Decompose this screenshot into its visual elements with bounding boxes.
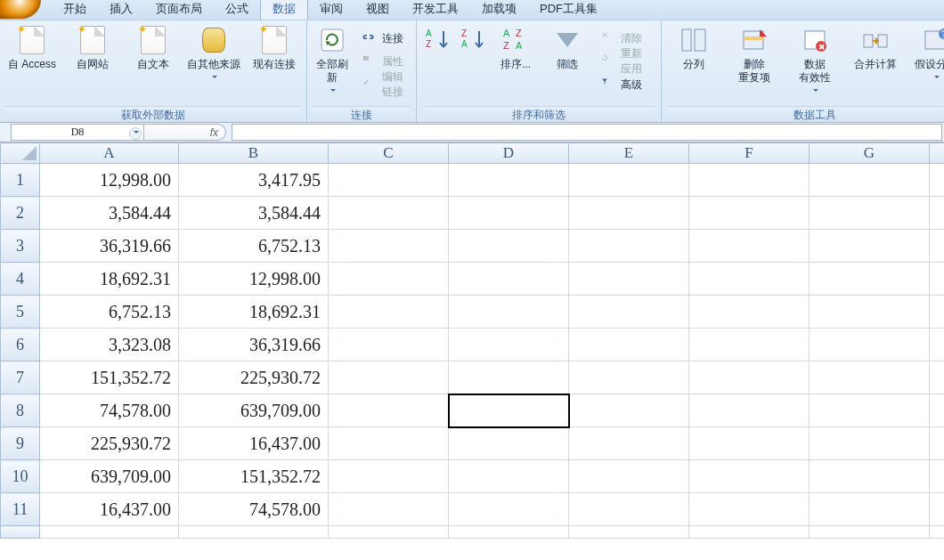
- cell-E8[interactable]: [569, 394, 689, 427]
- cell-B5[interactable]: 18,692.31: [179, 296, 329, 329]
- advanced-button[interactable]: 高级: [598, 74, 655, 95]
- col-header-F[interactable]: F: [689, 143, 810, 164]
- cell-B9[interactable]: 16,437.00: [179, 427, 329, 460]
- cell-F6[interactable]: [689, 329, 810, 361]
- connections-button[interactable]: 连接: [359, 28, 411, 49]
- col-header-A[interactable]: A: [40, 143, 179, 164]
- filter-button[interactable]: 筛选: [545, 24, 590, 102]
- cell-G12[interactable]: [810, 526, 930, 539]
- cell-F7[interactable]: [689, 361, 810, 394]
- cell-G10[interactable]: [810, 460, 930, 493]
- from-access-button[interactable]: ✦自 Access: [5, 24, 59, 102]
- tab-PDF工具集[interactable]: PDF工具集: [528, 0, 609, 20]
- cell-A4[interactable]: 18,692.31: [40, 263, 179, 296]
- text-to-col-button[interactable]: 分列: [667, 24, 720, 102]
- cell-B3[interactable]: 6,752.13: [179, 230, 329, 263]
- tab-加载项[interactable]: 加载项: [470, 0, 528, 20]
- col-header-G[interactable]: G: [810, 143, 930, 164]
- col-header-C[interactable]: C: [329, 143, 449, 164]
- cell-E1[interactable]: [569, 164, 689, 197]
- cell-C2[interactable]: [329, 197, 449, 230]
- cell-C9[interactable]: [329, 427, 449, 460]
- spreadsheet-grid[interactable]: ABCDEFGH112,998.003,417.9523,584.443,584…: [0, 142, 944, 560]
- tab-插入[interactable]: 插入: [98, 0, 144, 20]
- cell-C11[interactable]: [329, 493, 449, 526]
- whatif-button[interactable]: ?假设分析: [909, 24, 944, 102]
- cell-B2[interactable]: 3,584.44: [179, 197, 329, 230]
- row-header-6[interactable]: 6: [1, 329, 40, 361]
- cell-A6[interactable]: 3,323.08: [40, 329, 179, 361]
- cell-D8[interactable]: [449, 394, 569, 427]
- cell-E6[interactable]: [569, 329, 689, 361]
- cell-E9[interactable]: [569, 427, 689, 460]
- tab-公式[interactable]: 公式: [214, 0, 260, 20]
- fx-label[interactable]: fx: [144, 124, 226, 141]
- cell-C8[interactable]: [329, 394, 449, 427]
- cell-B4[interactable]: 12,998.00: [179, 263, 329, 296]
- cell-H6[interactable]: [930, 329, 945, 361]
- cell-F12[interactable]: [689, 526, 810, 539]
- cell-H3[interactable]: [930, 230, 945, 263]
- col-header-H[interactable]: H: [930, 143, 945, 164]
- row-header-5[interactable]: 5: [1, 296, 40, 329]
- from-web-button[interactable]: ✦自网站: [66, 24, 119, 102]
- cell-E4[interactable]: [569, 263, 689, 296]
- cell-C10[interactable]: [329, 460, 449, 493]
- tab-开发工具[interactable]: 开发工具: [401, 0, 470, 20]
- cell-G7[interactable]: [810, 361, 930, 394]
- row-header-4[interactable]: 4: [1, 263, 40, 296]
- cell-B8[interactable]: 639,709.00: [179, 394, 329, 427]
- cell-H11[interactable]: [930, 493, 945, 526]
- cell-D3[interactable]: [449, 230, 569, 263]
- cell-F1[interactable]: [689, 164, 810, 197]
- formula-input[interactable]: [232, 124, 942, 141]
- cell-G4[interactable]: [810, 263, 930, 296]
- consolidate-button[interactable]: 合并计算: [849, 24, 902, 102]
- row-header-10[interactable]: 10: [1, 460, 40, 493]
- cell-F9[interactable]: [689, 427, 810, 460]
- select-all-corner[interactable]: [1, 143, 40, 164]
- cell-A5[interactable]: 6,752.13: [40, 296, 179, 329]
- sort-button[interactable]: AZZA排序...: [493, 24, 538, 102]
- cell-E2[interactable]: [569, 197, 689, 230]
- cell-F3[interactable]: [689, 230, 810, 263]
- row-header-12[interactable]: [1, 526, 40, 539]
- cell-D2[interactable]: [449, 197, 569, 230]
- cell-B1[interactable]: 3,417.95: [179, 164, 329, 197]
- cell-H4[interactable]: [930, 263, 945, 296]
- existing-conn-button[interactable]: ✦现有连接: [248, 24, 301, 102]
- cell-H10[interactable]: [930, 460, 945, 493]
- col-header-B[interactable]: B: [179, 143, 329, 164]
- cell-E12[interactable]: [569, 526, 689, 539]
- cell-H8[interactable]: [930, 394, 945, 427]
- cell-D6[interactable]: [449, 329, 569, 361]
- cell-A1[interactable]: 12,998.00: [40, 164, 179, 197]
- name-box[interactable]: D8: [11, 124, 144, 141]
- cell-A9[interactable]: 225,930.72: [40, 427, 179, 460]
- cell-C12[interactable]: [329, 526, 449, 539]
- cell-C6[interactable]: [329, 329, 449, 361]
- cell-A12[interactable]: [40, 526, 179, 539]
- cell-C5[interactable]: [329, 296, 449, 329]
- cell-D9[interactable]: [449, 427, 569, 460]
- cell-A3[interactable]: 36,319.66: [40, 230, 179, 263]
- cell-C4[interactable]: [329, 263, 449, 296]
- cell-G5[interactable]: [810, 296, 930, 329]
- cell-C1[interactable]: [329, 164, 449, 197]
- cell-A7[interactable]: 151,352.72: [40, 361, 179, 394]
- cell-D4[interactable]: [449, 263, 569, 296]
- row-header-1[interactable]: 1: [1, 164, 40, 197]
- tab-开始[interactable]: 开始: [52, 0, 98, 20]
- cell-H7[interactable]: [930, 361, 945, 394]
- from-other-button[interactable]: 自其他来源: [187, 24, 240, 102]
- cell-C7[interactable]: [329, 361, 449, 394]
- cell-D11[interactable]: [449, 493, 569, 526]
- cell-A8[interactable]: 74,578.00: [40, 394, 179, 427]
- cell-F4[interactable]: [689, 263, 810, 296]
- sort-asc-button[interactable]: AZ: [422, 24, 451, 102]
- tab-视图[interactable]: 视图: [354, 0, 401, 20]
- cell-D5[interactable]: [449, 296, 569, 329]
- col-header-E[interactable]: E: [569, 143, 689, 164]
- row-header-8[interactable]: 8: [1, 394, 40, 427]
- cell-F5[interactable]: [689, 296, 810, 329]
